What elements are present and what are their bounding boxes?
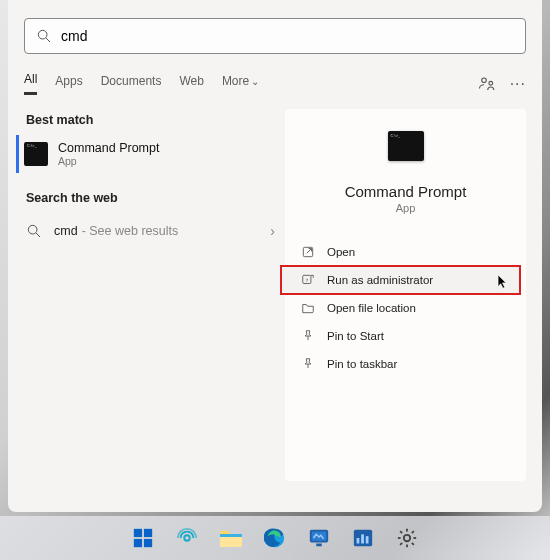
- search-input[interactable]: [61, 28, 515, 44]
- chevron-down-icon: ⌄: [251, 76, 259, 87]
- tab-all[interactable]: All: [24, 72, 37, 95]
- svg-line-1: [46, 38, 50, 42]
- action-pin-start-label: Pin to Start: [327, 330, 384, 342]
- preview-column: C:\>_ Command Prompt App Open: [285, 109, 526, 481]
- tab-more[interactable]: More⌄: [222, 74, 259, 94]
- taskbar-edge[interactable]: [257, 520, 293, 556]
- svg-point-2: [481, 78, 486, 83]
- action-open-label: Open: [327, 246, 355, 258]
- actions-list: Open Run as administrator: [285, 238, 526, 378]
- best-match-heading: Best match: [26, 113, 285, 127]
- taskbar-start-button[interactable]: [125, 520, 161, 556]
- action-pin-to-start[interactable]: Pin to Start: [285, 322, 526, 350]
- pin-icon: [301, 329, 315, 343]
- svg-point-4: [28, 225, 37, 234]
- svg-line-30: [412, 531, 414, 533]
- taskbar-file-explorer[interactable]: [213, 520, 249, 556]
- svg-rect-8: [134, 529, 142, 537]
- cmd-icon: C:\>_: [24, 142, 48, 166]
- results-column: Best match C:\>_ Command Prompt App Sear…: [24, 109, 285, 481]
- svg-line-5: [36, 233, 40, 237]
- taskbar: [0, 516, 550, 560]
- preview-subtitle: App: [285, 202, 526, 214]
- search-web-heading: Search the web: [26, 191, 285, 205]
- content-area: Best match C:\>_ Command Prompt App Sear…: [24, 109, 526, 481]
- svg-rect-17: [316, 544, 322, 547]
- best-match-result[interactable]: C:\>_ Command Prompt App: [16, 135, 285, 173]
- broadcast-icon: [176, 527, 198, 549]
- taskbar-settings[interactable]: [389, 520, 425, 556]
- action-pin-to-taskbar[interactable]: Pin to taskbar: [285, 350, 526, 378]
- taskbar-app-2[interactable]: [345, 520, 381, 556]
- tab-apps[interactable]: Apps: [55, 74, 82, 94]
- svg-point-0: [38, 30, 47, 39]
- chevron-right-icon: ›: [270, 223, 275, 239]
- svg-rect-19: [357, 538, 360, 544]
- svg-rect-20: [361, 534, 364, 543]
- more-options-icon[interactable]: ···: [510, 75, 526, 93]
- start-search-panel: All Apps Documents Web More⌄ ··· Best ma…: [8, 0, 542, 512]
- web-result-suffix: - See web results: [82, 224, 179, 238]
- preview-title: Command Prompt: [285, 183, 526, 200]
- best-match-subtitle: App: [58, 155, 159, 167]
- cmd-icon: C:\>_: [388, 131, 424, 161]
- svg-point-22: [404, 535, 410, 541]
- svg-line-29: [400, 543, 402, 545]
- mouse-cursor-icon: [497, 274, 508, 290]
- action-open-file-location[interactable]: Open file location: [285, 294, 526, 322]
- search-box[interactable]: [24, 18, 526, 54]
- action-open-location-label: Open file location: [327, 302, 416, 314]
- chart-icon: [352, 527, 374, 549]
- windows-icon: [132, 527, 154, 549]
- folder-icon: [219, 528, 243, 548]
- svg-rect-11: [144, 539, 152, 547]
- action-run-admin-label: Run as administrator: [327, 274, 433, 286]
- taskbar-broadcast-button[interactable]: [169, 520, 205, 556]
- best-match-title: Command Prompt: [58, 141, 159, 155]
- svg-rect-10: [134, 539, 142, 547]
- tabs-row: All Apps Documents Web More⌄ ···: [24, 72, 526, 95]
- tab-more-label: More: [222, 74, 249, 88]
- pin-icon: [301, 357, 315, 371]
- tab-documents[interactable]: Documents: [101, 74, 162, 94]
- search-icon: [35, 28, 53, 44]
- web-result-term: cmd: [54, 224, 78, 238]
- account-switch-icon[interactable]: [478, 75, 496, 93]
- search-icon: [26, 223, 42, 239]
- shield-icon: [301, 273, 315, 287]
- edge-icon: [264, 527, 286, 549]
- svg-rect-21: [366, 536, 369, 543]
- svg-line-28: [412, 543, 414, 545]
- svg-point-12: [184, 535, 190, 541]
- action-open[interactable]: Open: [285, 238, 526, 266]
- svg-point-3: [489, 81, 493, 85]
- taskbar-app-1[interactable]: [301, 520, 337, 556]
- svg-rect-13: [220, 534, 242, 537]
- tab-web[interactable]: Web: [179, 74, 203, 94]
- action-run-as-administrator[interactable]: Run as administrator: [281, 266, 520, 294]
- svg-rect-9: [144, 529, 152, 537]
- web-result-cmd[interactable]: cmd - See web results ›: [24, 213, 285, 249]
- gear-icon: [396, 527, 418, 549]
- open-icon: [301, 245, 315, 259]
- action-pin-taskbar-label: Pin to taskbar: [327, 358, 397, 370]
- folder-icon: [301, 301, 315, 315]
- svg-line-27: [400, 531, 402, 533]
- monitor-icon: [308, 527, 330, 549]
